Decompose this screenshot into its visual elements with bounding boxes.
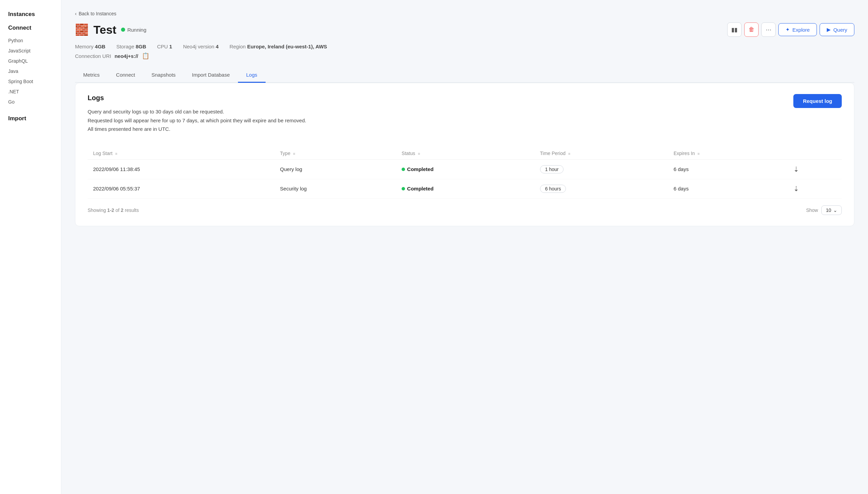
row2-type: Security log <box>274 179 396 198</box>
row2-expires-in: 6 days <box>668 179 788 198</box>
explore-icon: ✦ <box>785 27 790 33</box>
sort-time-period-icon[interactable]: ≡ <box>568 152 570 156</box>
sort-status-icon[interactable]: ≡ <box>418 152 420 156</box>
tab-connect[interactable]: Connect <box>108 68 143 83</box>
status-badge: Running <box>121 27 146 33</box>
panel-title: Logs <box>88 94 306 102</box>
more-button[interactable]: ⋯ <box>761 22 776 37</box>
col-status: Status ≡ <box>396 147 535 160</box>
show-dropdown[interactable]: 10 ⌄ <box>821 205 842 215</box>
tab-snapshots[interactable]: Snapshots <box>143 68 184 83</box>
back-chevron-icon: ‹ <box>75 11 77 16</box>
sidebar-item-spring-boot[interactable]: Spring Boot <box>0 76 61 87</box>
delete-button[interactable]: 🗑 <box>744 22 759 37</box>
sidebar-item-python[interactable]: Python <box>0 35 61 46</box>
row1-download: ⇣ <box>788 159 842 179</box>
copy-icon: 📋 <box>142 52 149 60</box>
row1-log-start: 2022/09/06 11:38:45 <box>88 159 274 179</box>
row2-status-badge: Completed <box>402 186 529 191</box>
instance-header: 🧱 Test Running ▮▮ 🗑 ⋯ ✦ <box>75 22 854 37</box>
meta-cpu: CPU 1 <box>157 44 172 49</box>
col-status-label: Status <box>402 151 415 156</box>
col-time-period-label: Time Period <box>540 151 566 156</box>
tab-logs[interactable]: Logs <box>238 68 266 83</box>
copy-uri-button[interactable]: 📋 <box>142 52 149 60</box>
pause-icon: ▮▮ <box>731 26 737 33</box>
col-type: Type ≡ <box>274 147 396 160</box>
sort-log-start-icon[interactable]: ≡ <box>115 152 117 156</box>
col-time-period: Time Period ≡ <box>535 147 668 160</box>
showing-label: Showing <box>88 207 107 213</box>
row1-time-period: 1 hour <box>535 159 668 179</box>
sort-expires-in-icon[interactable]: ≡ <box>698 152 700 156</box>
showing-of: of <box>116 207 121 213</box>
show-select: Show 10 ⌄ <box>806 205 842 215</box>
tabs-bar: Metrics Connect Snapshots Import Databas… <box>75 68 854 83</box>
meta-memory: Memory 4GB <box>75 44 105 49</box>
sidebar-item-go[interactable]: Go <box>0 97 61 107</box>
sidebar-item-javascript[interactable]: JavaScript <box>0 46 61 56</box>
request-log-button[interactable]: Request log <box>793 94 842 108</box>
instance-title-row: 🧱 Test Running <box>75 23 146 36</box>
show-value: 10 <box>826 207 831 213</box>
row1-type: Query log <box>274 159 396 179</box>
showing-range: 1-2 <box>107 207 114 213</box>
col-log-start: Log Start ≡ <box>88 147 274 160</box>
showing-info: Showing 1-2 of 2 results <box>88 207 139 213</box>
completed-dot-2 <box>402 187 405 190</box>
panel-header-row: Logs Query and security logs up to 30 da… <box>88 94 842 143</box>
query-label: Query <box>833 27 847 33</box>
row2-status-label: Completed <box>407 186 434 191</box>
row1-status: Completed <box>396 159 535 179</box>
explore-label: Explore <box>792 27 810 33</box>
app-layout: Instances Connect Python JavaScript Grap… <box>0 0 868 494</box>
meta-neo4j: Neo4j version 4 <box>183 44 219 49</box>
meta-storage: Storage 8GB <box>116 44 146 49</box>
query-button[interactable]: ▶ Query <box>820 23 854 36</box>
row2-time-period-pill: 6 hours <box>540 185 566 193</box>
logs-panel: Logs Query and security logs up to 30 da… <box>75 83 854 226</box>
sidebar: Instances Connect Python JavaScript Grap… <box>0 0 61 494</box>
conn-label: Connection URI <box>75 53 111 59</box>
meta-region: Region Europe, Ireland (eu-west-1), AWS <box>229 44 327 49</box>
status-label: Running <box>127 27 146 33</box>
col-actions <box>788 147 842 160</box>
tab-import-database[interactable]: Import Database <box>184 68 238 83</box>
col-expires-in: Expires In ≡ <box>668 147 788 160</box>
desc-line3: All times presented here are in UTC. <box>88 125 306 134</box>
query-icon: ▶ <box>827 27 831 33</box>
panel-description: Logs Query and security logs up to 30 da… <box>88 94 306 143</box>
explore-button[interactable]: ✦ Explore <box>778 23 817 36</box>
instance-meta: Memory 4GB Storage 8GB CPU 1 Neo4j versi… <box>75 44 854 60</box>
back-link[interactable]: ‹ Back to Instances <box>75 11 854 16</box>
row1-status-badge: Completed <box>402 166 529 172</box>
instance-name: Test <box>93 23 116 36</box>
table-row: 2022/09/06 05:55:37 Security log Complet… <box>88 179 842 198</box>
more-icon: ⋯ <box>766 26 772 33</box>
header-actions: ▮▮ 🗑 ⋯ ✦ Explore ▶ Query <box>727 22 854 37</box>
desc-line1: Query and security logs up to 30 days ol… <box>88 107 306 116</box>
row2-log-start: 2022/09/06 05:55:37 <box>88 179 274 198</box>
row2-download-button[interactable]: ⇣ <box>793 185 799 193</box>
row1-status-label: Completed <box>407 166 434 172</box>
col-type-label: Type <box>280 151 290 156</box>
showing-suffix: results <box>125 207 139 213</box>
meta-connection-row: Connection URI neo4j+s:// 📋 <box>75 52 854 60</box>
desc-line2: Requested logs will appear here for up t… <box>88 116 306 125</box>
row1-time-period-pill: 1 hour <box>540 165 564 173</box>
show-label: Show <box>806 207 818 213</box>
row1-download-button[interactable]: ⇣ <box>793 165 799 173</box>
sidebar-item-dotnet[interactable]: .NET <box>0 87 61 97</box>
col-expires-in-label: Expires In <box>674 151 695 156</box>
back-link-label: Back to Instances <box>79 11 117 16</box>
pause-button[interactable]: ▮▮ <box>727 22 742 37</box>
sidebar-item-graphql[interactable]: GraphQL <box>0 56 61 66</box>
sidebar-item-java[interactable]: Java <box>0 66 61 76</box>
sidebar-connect-heading: Connect <box>0 22 61 35</box>
showing-count: 2 <box>121 207 123 213</box>
sort-type-icon[interactable]: ≡ <box>293 152 295 156</box>
tab-metrics[interactable]: Metrics <box>75 68 108 83</box>
status-dot <box>121 28 125 32</box>
conn-value: neo4j+s:// <box>115 53 138 59</box>
table-header-row: Log Start ≡ Type ≡ Status ≡ Time Perio <box>88 147 842 160</box>
